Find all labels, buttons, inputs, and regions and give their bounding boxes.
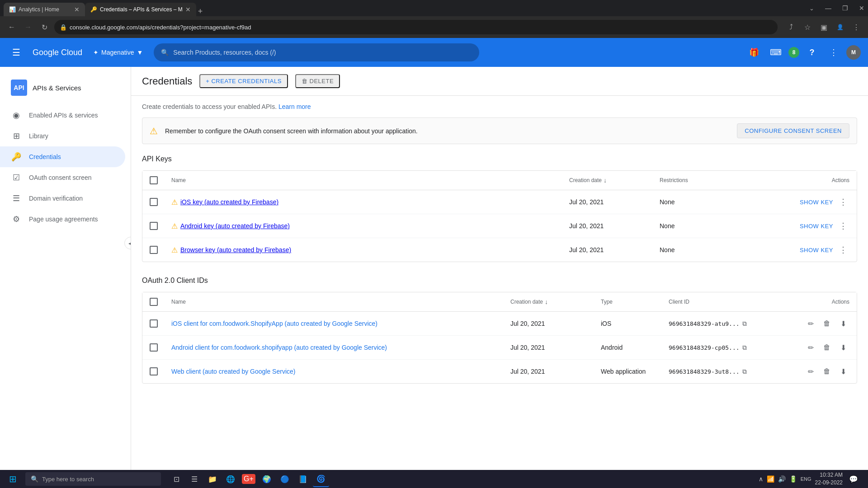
- reload-button[interactable]: ↻: [38, 21, 51, 33]
- table-row[interactable]: ⚠ Android key (auto created by Firebase)…: [142, 214, 857, 238]
- row2-more-button[interactable]: ⋮: [837, 220, 849, 232]
- row3-name-link[interactable]: Browser key (auto created by Firebase): [180, 246, 291, 253]
- row1-show-key-button[interactable]: SHOW KEY: [800, 199, 833, 206]
- learn-more-link[interactable]: Learn more: [278, 103, 311, 110]
- table-row[interactable]: ⚠ iOS key (auto created by Firebase) Jul…: [142, 190, 857, 214]
- project-selector[interactable]: ✦ Magenative ▼: [90, 47, 146, 58]
- terminal-button[interactable]: ⌨: [767, 43, 785, 61]
- taskbar-icon-app1[interactable]: G+: [241, 471, 257, 487]
- row2-show-key-button[interactable]: SHOW KEY: [800, 223, 833, 230]
- extensions-button[interactable]: 👤: [834, 21, 846, 33]
- oauth1-download-button[interactable]: ⬇: [837, 317, 849, 330]
- sidebar-toggle-button[interactable]: ▣: [817, 21, 830, 33]
- oauth2-copy-icon[interactable]: ⧉: [742, 344, 747, 352]
- row1-more-button[interactable]: ⋮: [837, 196, 849, 208]
- avatar[interactable]: M: [846, 45, 861, 60]
- row3-checkbox[interactable]: [150, 246, 171, 254]
- tab-close-analytics[interactable]: ✕: [74, 6, 80, 13]
- oauth2-checkbox[interactable]: [150, 343, 171, 352]
- oauth2-download-button[interactable]: ⬇: [837, 341, 849, 354]
- bookmark-button[interactable]: ☆: [801, 21, 814, 33]
- oauth3-select-checkbox[interactable]: [150, 367, 158, 375]
- oauth3-delete-button[interactable]: 🗑: [821, 365, 833, 378]
- table-row[interactable]: Android client for com.foodwork.shopifya…: [142, 336, 857, 360]
- hamburger-menu[interactable]: ☰: [7, 43, 25, 61]
- oauth1-select-checkbox[interactable]: [150, 319, 158, 328]
- oauth3-edit-button[interactable]: ✏: [804, 365, 817, 378]
- oauth2-select-checkbox[interactable]: [150, 343, 158, 352]
- volume-icon[interactable]: 🔊: [778, 475, 786, 483]
- sidebar-item-domain[interactable]: ☰ Domain verification: [0, 188, 125, 209]
- taskbar-icon-widgets[interactable]: ☰: [186, 471, 203, 487]
- taskbar-icon-word[interactable]: 📘: [295, 471, 311, 487]
- oauth3-copy-icon[interactable]: ⧉: [742, 368, 747, 375]
- chevron-up-icon[interactable]: ∧: [759, 475, 763, 483]
- start-button[interactable]: ⊞: [4, 471, 22, 487]
- oauth2-delete-button[interactable]: 🗑: [821, 341, 833, 354]
- browser-menu-button[interactable]: ⋮: [850, 21, 863, 33]
- taskbar-icon-task-view[interactable]: ⊡: [168, 471, 184, 487]
- row3-show-key-button[interactable]: SHOW KEY: [800, 247, 833, 253]
- taskbar-search-bar[interactable]: 🔍 Type here to search: [25, 472, 161, 486]
- create-credentials-button[interactable]: + CREATE CREDENTIALS: [199, 74, 288, 88]
- more-options-button[interactable]: ⋮: [825, 43, 843, 61]
- tab-close-credentials[interactable]: ✕: [185, 6, 191, 13]
- select-all-checkbox[interactable]: [150, 176, 158, 184]
- oauth1-edit-button[interactable]: ✏: [804, 317, 817, 330]
- table-row[interactable]: Web client (auto created by Google Servi…: [142, 360, 857, 383]
- api-keys-checkbox-header[interactable]: [150, 176, 171, 184]
- search-bar[interactable]: 🔍 Search Products, resources, docs (/): [154, 43, 479, 61]
- oauth2-edit-button[interactable]: ✏: [804, 341, 817, 354]
- oauth3-checkbox[interactable]: [150, 367, 171, 375]
- oauth-checkbox-header[interactable]: [150, 298, 171, 306]
- oauth1-delete-button[interactable]: 🗑: [821, 317, 833, 330]
- sidebar-item-library[interactable]: ⊞ Library: [0, 126, 125, 146]
- gift-button[interactable]: 🎁: [745, 43, 763, 61]
- help-button[interactable]: ?: [803, 43, 821, 61]
- address-bar[interactable]: 🔒 console.cloud.google.com/apis/credenti…: [54, 20, 778, 34]
- browser-tab-credentials[interactable]: 🔑 Credentials – APIs & Services – M ✕: [85, 3, 196, 16]
- oauth1-copy-icon[interactable]: ⧉: [742, 320, 747, 328]
- sidebar-item-page-usage[interactable]: ⚙ Page usage agreements: [0, 209, 125, 230]
- row1-checkbox[interactable]: [150, 198, 171, 206]
- row2-checkbox[interactable]: [150, 222, 171, 230]
- row2-select-checkbox[interactable]: [150, 222, 158, 230]
- forward-button[interactable]: →: [22, 21, 34, 33]
- wifi-icon[interactable]: 📶: [767, 475, 774, 483]
- row3-select-checkbox[interactable]: [150, 246, 158, 254]
- taskbar-icon-file-explorer[interactable]: 📁: [204, 471, 221, 487]
- oauth-select-all-checkbox[interactable]: [150, 298, 158, 306]
- browser-tab-analytics[interactable]: 📊 Analytics | Home ✕: [4, 3, 85, 16]
- table-row[interactable]: iOS client for com.foodwork.ShopifyApp (…: [142, 312, 857, 336]
- sidebar-item-oauth[interactable]: ☑ OAuth consent screen: [0, 167, 125, 188]
- oauth1-name-link[interactable]: iOS client for com.foodwork.ShopifyApp (…: [171, 320, 377, 327]
- notification-badge[interactable]: 8: [788, 47, 799, 58]
- taskbar-icon-app2[interactable]: 🔵: [277, 471, 293, 487]
- taskbar-icon-chrome[interactable]: 🌍: [259, 471, 275, 487]
- new-tab-button[interactable]: +: [198, 7, 203, 16]
- taskbar-icon-browser-active[interactable]: 🌀: [313, 471, 329, 487]
- project-name: Magenative: [101, 49, 134, 56]
- row1-name-link[interactable]: iOS key (auto created by Firebase): [180, 198, 278, 206]
- taskbar-icon-edge[interactable]: 🌐: [222, 471, 239, 487]
- maximize-button[interactable]: ❐: [842, 5, 848, 12]
- minimize-button[interactable]: —: [825, 5, 831, 12]
- share-button[interactable]: ⤴: [785, 21, 797, 33]
- oauth1-checkbox[interactable]: [150, 319, 171, 328]
- sidebar-item-credentials[interactable]: 🔑 Credentials: [0, 146, 125, 167]
- sidebar-item-enabled[interactable]: ◉ Enabled APIs & services: [0, 105, 125, 126]
- row2-name-link[interactable]: Android key (auto created by Firebase): [180, 222, 290, 230]
- oauth3-download-button[interactable]: ⬇: [837, 365, 849, 378]
- row3-more-button[interactable]: ⋮: [837, 244, 849, 256]
- row1-select-checkbox[interactable]: [150, 198, 158, 206]
- back-button[interactable]: ←: [5, 21, 18, 33]
- sidebar-collapse-button[interactable]: ◀: [124, 237, 131, 249]
- oauth2-name-link[interactable]: Android client for com.foodwork.shopifya…: [171, 344, 387, 351]
- table-row[interactable]: ⚠ Browser key (auto created by Firebase)…: [142, 238, 857, 262]
- oauth3-name-link[interactable]: Web client (auto created by Google Servi…: [171, 368, 295, 375]
- battery-icon[interactable]: 🔋: [789, 475, 797, 483]
- close-button[interactable]: ✕: [859, 5, 864, 12]
- notification-button[interactable]: 💬: [846, 472, 861, 486]
- delete-button[interactable]: 🗑 DELETE: [295, 74, 340, 88]
- configure-consent-screen-button[interactable]: CONFIGURE CONSENT SCREEN: [737, 123, 849, 138]
